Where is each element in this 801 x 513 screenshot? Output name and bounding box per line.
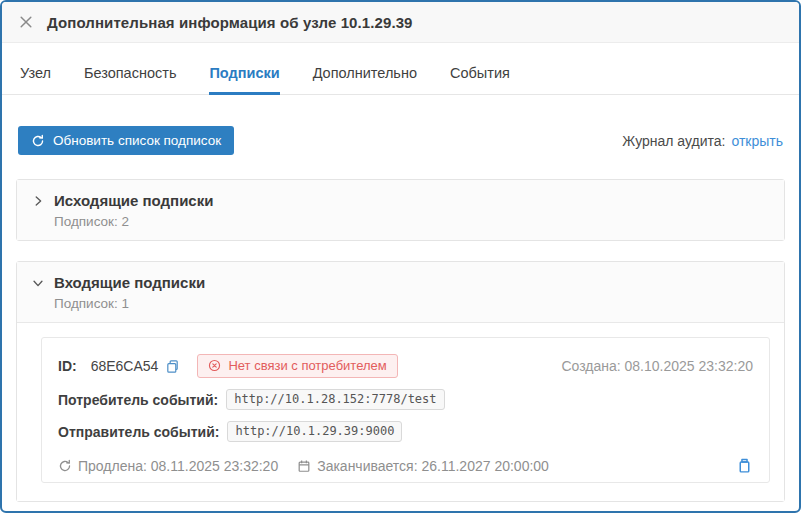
outgooing-section-count: Подписок: 2 bbox=[54, 214, 770, 229]
id-label: ID: bbox=[58, 358, 77, 374]
calendar-icon bbox=[297, 459, 311, 473]
created-timestamp: Создана: 08.10.2025 23:32:20 bbox=[561, 358, 753, 374]
subscription-id-value: 68E6CA54 bbox=[91, 358, 159, 374]
outgoing-section-header[interactable]: Исходящие подписки Подписок: 2 bbox=[17, 180, 784, 240]
refresh-button-label: Обновить список подписок bbox=[53, 133, 221, 148]
tab-security[interactable]: Безопасность bbox=[84, 55, 177, 95]
status-badge-label: Нет связи с потребителем bbox=[228, 358, 386, 373]
tab-node[interactable]: Узел bbox=[20, 55, 51, 95]
chevron-right-icon bbox=[31, 194, 45, 208]
status-badge: Нет связи с потребителем bbox=[197, 354, 397, 378]
audit-log-open-link[interactable]: открыть bbox=[731, 133, 783, 149]
tab-events[interactable]: События bbox=[450, 55, 510, 95]
tab-subscriptions[interactable]: Подписки bbox=[209, 55, 279, 95]
prolonged-timestamp: Продлена: 08.11.2025 23:32:20 bbox=[78, 458, 278, 474]
node-info-dialog: Дополнительная информация об узле 10.1.2… bbox=[0, 0, 801, 513]
chevron-down-icon bbox=[31, 276, 45, 290]
tab-additional[interactable]: Дополнительно bbox=[313, 55, 417, 95]
subscription-footer: Продлена: 08.11.2025 23:32:20 Заканчивае… bbox=[58, 457, 753, 474]
dialog-title: Дополнительная информация об узле 10.1.2… bbox=[47, 14, 413, 31]
expires-timestamp: Заканчивается: 26.11.2027 20:00:00 bbox=[317, 458, 549, 474]
sender-url: http://10.1.29.39:9000 bbox=[227, 421, 402, 442]
audit-log: Журнал аудита:открыть bbox=[622, 133, 783, 149]
toolbar: Обновить список подписок Журнал аудита:о… bbox=[2, 126, 799, 155]
incoming-subscriptions-section: Входящие подписки Подписок: 1 ID: 68E6CA… bbox=[16, 261, 785, 502]
subscription-id-row: ID: 68E6CA54 bbox=[58, 354, 753, 378]
refresh-icon bbox=[31, 134, 45, 148]
prolonged-item: Продлена: 08.11.2025 23:32:20 bbox=[58, 458, 278, 474]
circle-x-icon bbox=[208, 359, 221, 372]
consumer-row: Потребитель событий: http://10.1.28.152:… bbox=[58, 389, 753, 410]
incoming-section-count: Подписок: 1 bbox=[54, 296, 770, 311]
sender-label: Отправитель событий: bbox=[58, 424, 219, 440]
incoming-section-body: ID: 68E6CA54 bbox=[17, 323, 784, 501]
consumer-label: Потребитель событий: bbox=[58, 392, 218, 408]
incoming-section-header[interactable]: Входящие подписки Подписок: 1 bbox=[17, 262, 784, 323]
copy-icon[interactable] bbox=[165, 359, 180, 374]
subscription-card: ID: 68E6CA54 bbox=[41, 337, 770, 483]
expires-item: Заканчивается: 26.11.2027 20:00:00 bbox=[297, 458, 549, 474]
refresh-subscriptions-button[interactable]: Обновить список подписок bbox=[18, 126, 234, 155]
outgoing-subscriptions-section: Исходящие подписки Подписок: 2 bbox=[16, 179, 785, 241]
incoming-section-title: Входящие подписки bbox=[54, 274, 205, 291]
sender-row: Отправитель событий: http://10.1.29.39:9… bbox=[58, 421, 753, 442]
trash-icon[interactable] bbox=[736, 457, 753, 474]
tab-bar: Узел Безопасность Подписки Дополнительно… bbox=[2, 55, 799, 95]
audit-log-label: Журнал аудита: bbox=[622, 133, 725, 149]
close-icon[interactable] bbox=[18, 14, 34, 30]
dialog-header: Дополнительная информация об узле 10.1.2… bbox=[2, 2, 799, 43]
outgoing-section-title: Исходящие подписки bbox=[54, 192, 213, 209]
sync-icon bbox=[58, 459, 72, 473]
consumer-url: http://10.1.28.152:7778/test bbox=[226, 389, 444, 410]
